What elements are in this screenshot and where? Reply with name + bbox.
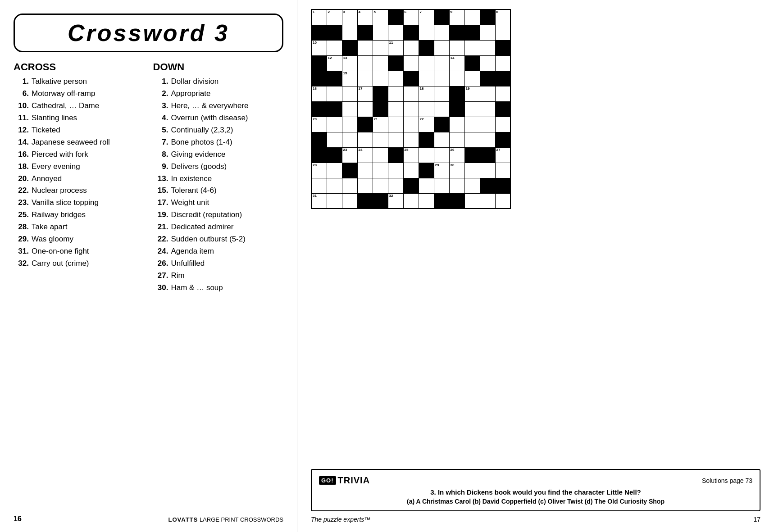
clue-text: Dedicated admirer xyxy=(168,222,234,232)
cell-number: 3 xyxy=(343,10,345,14)
cell-number: 28 xyxy=(313,164,317,167)
across-clue-item: 20.Annoyed xyxy=(14,174,144,184)
clue-text: Bone photos (1-4) xyxy=(168,137,232,148)
grid-cell: 27 xyxy=(495,147,510,163)
cell-number: 11 xyxy=(389,41,393,45)
cell-number: 8 xyxy=(496,10,498,14)
grid-cell: 17 xyxy=(357,86,373,101)
grid-cell xyxy=(464,40,480,55)
across-clue-item: 29.Was gloomy xyxy=(14,234,144,245)
grid-cell xyxy=(419,101,434,117)
grid-cell xyxy=(327,163,342,178)
down-clue-item: 21.Dedicated admirer xyxy=(153,222,284,232)
clue-text: Vanilla slice topping xyxy=(29,198,99,208)
grid-cell xyxy=(403,40,419,55)
grid-cell: 10 xyxy=(311,40,327,55)
clue-text: In existence xyxy=(168,174,212,184)
grid-cell xyxy=(373,55,388,71)
grid-cell xyxy=(480,147,495,163)
grid-cell: 25 xyxy=(403,147,419,163)
grid-cell: 11 xyxy=(388,40,403,55)
grid-cell xyxy=(419,163,434,178)
grid-cell xyxy=(495,86,510,101)
down-clue-item: 7.Bone photos (1-4) xyxy=(153,137,284,148)
cell-number: 16 xyxy=(313,87,317,91)
grid-cell xyxy=(464,9,480,25)
across-clue-item: 22.Nuclear process xyxy=(14,186,144,196)
grid-cell xyxy=(464,101,480,117)
cell-number: 30 xyxy=(451,164,455,167)
clue-number: 15. xyxy=(153,186,168,196)
grid-cell xyxy=(327,178,342,193)
grid-cell: 7 xyxy=(419,9,434,25)
grid-cell xyxy=(434,132,449,147)
clue-text: Carry out (crime) xyxy=(29,259,89,269)
grid-cell xyxy=(480,193,495,209)
grid-cell xyxy=(357,193,373,209)
grid-cell xyxy=(464,25,480,40)
grid-cell xyxy=(342,117,357,132)
across-clue-item: 25.Railway bridges xyxy=(14,210,144,220)
clue-number: 4. xyxy=(153,113,168,123)
grid-cell: 14 xyxy=(449,55,464,71)
clue-text: Rim xyxy=(168,271,185,281)
grid-cell xyxy=(311,147,327,163)
clue-text: Nuclear process xyxy=(29,186,87,196)
grid-cell xyxy=(480,40,495,55)
cell-number: 31 xyxy=(313,194,317,198)
cell-number: 6 xyxy=(405,10,406,14)
grid-container: 1234567981011121314151617181920212223242… xyxy=(311,9,760,460)
grid-cell xyxy=(480,163,495,178)
clue-number: 14. xyxy=(14,137,29,148)
clue-text: Sudden outburst (5-2) xyxy=(168,234,246,245)
cell-number: 17 xyxy=(359,87,363,91)
left-footer: 16 LOVATTS LARGE PRINT CROSSWORDS xyxy=(14,515,283,523)
clue-text: Railway bridges xyxy=(29,210,86,220)
clue-number: 9. xyxy=(153,162,168,172)
cell-number: 9 xyxy=(451,10,452,14)
grid-cell xyxy=(373,101,388,117)
clue-text: Japanese seaweed roll xyxy=(29,137,110,148)
clue-text: Agenda item xyxy=(168,246,214,257)
grid-cell xyxy=(403,193,419,209)
grid-cell: 6 xyxy=(403,9,419,25)
grid-cell xyxy=(311,101,327,117)
grid-cell xyxy=(449,178,464,193)
grid-cell xyxy=(434,9,449,25)
grid-cell xyxy=(434,147,449,163)
across-clue-item: 14.Japanese seaweed roll xyxy=(14,137,144,148)
grid-cell xyxy=(449,86,464,101)
grid-cell xyxy=(373,163,388,178)
grid-cell xyxy=(388,55,403,71)
grid-cell xyxy=(388,9,403,25)
grid-cell xyxy=(357,117,373,132)
left-page: Crossword 3 ACROSS 1.Talkative person6.M… xyxy=(0,0,297,532)
grid-cell xyxy=(311,25,327,40)
clue-number: 29. xyxy=(14,234,29,245)
across-clue-item: 12.Ticketed xyxy=(14,125,144,136)
grid-cell xyxy=(464,178,480,193)
grid-cell xyxy=(388,178,403,193)
grid-cell xyxy=(311,178,327,193)
clue-number: 12. xyxy=(14,125,29,136)
across-clues-list: 1.Talkative person6.Motorway off-ramp10.… xyxy=(14,77,144,269)
grid-cell: 18 xyxy=(419,86,434,101)
grid-cell xyxy=(373,40,388,55)
grid-cell xyxy=(495,132,510,147)
clue-number: 22. xyxy=(153,234,168,245)
grid-cell xyxy=(449,25,464,40)
clue-number: 13. xyxy=(153,174,168,184)
down-clue-item: 13.In existence xyxy=(153,174,284,184)
clue-text: One-on-one fight xyxy=(29,246,89,257)
clue-number: 7. xyxy=(153,137,168,148)
grid-cell xyxy=(480,132,495,147)
cell-number: 12 xyxy=(328,56,332,60)
grid-cell xyxy=(342,193,357,209)
grid-cell xyxy=(419,193,434,209)
grid-cell: 26 xyxy=(449,147,464,163)
clue-number: 22. xyxy=(14,186,29,196)
grid-cell xyxy=(480,71,495,86)
grid-cell xyxy=(464,132,480,147)
trivia-box: GO! TRIVIA Solutions page 73 3. In which… xyxy=(311,469,760,511)
across-clue-item: 16.Pierced with fork xyxy=(14,150,144,160)
